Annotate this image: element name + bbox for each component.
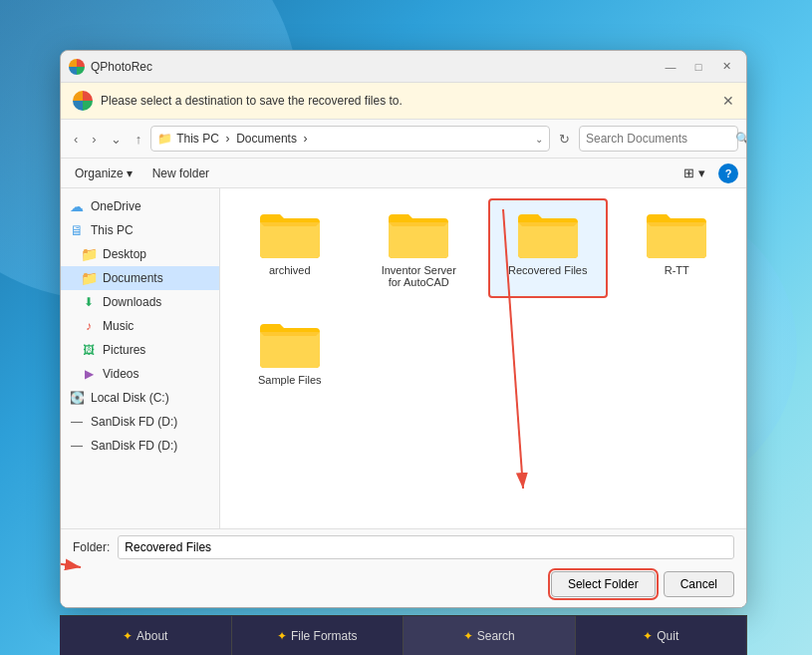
folder-sample-name: Sample Files [258, 374, 322, 386]
cancel-button[interactable]: Cancel [664, 571, 734, 597]
toolbar: Organize ▾ New folder ⊞ ▾ ? [61, 159, 746, 188]
sidebar-item-local-disk-c[interactable]: 💽 Local Disk (C:) [61, 386, 219, 410]
folder-recovered-files[interactable]: Recovered Files [488, 198, 608, 298]
folder-sample-files[interactable]: Sample Files [230, 308, 350, 396]
sidebar-item-downloads[interactable]: ⬇ Downloads [61, 290, 219, 314]
search-input[interactable] [586, 132, 735, 146]
view-button[interactable]: ⊞ ▾ [678, 163, 710, 183]
minimize-button[interactable]: — [659, 57, 682, 77]
folder-sample-icon [258, 318, 322, 370]
folder-rtt-name: R-TT [665, 264, 689, 276]
sidebar-label-documents: Documents [103, 271, 163, 285]
sidebar-item-pictures[interactable]: 🖼 Pictures [61, 338, 219, 362]
folder-archived-icon [258, 208, 322, 260]
nav-dropdown-button[interactable]: ⌄ [106, 129, 127, 150]
new-folder-button[interactable]: New folder [146, 164, 215, 183]
folder-rtt-icon [645, 208, 708, 260]
downloads-icon: ⬇ [81, 294, 97, 310]
select-folder-button[interactable]: Select Folder [551, 571, 656, 597]
view-icon: ⊞ [683, 165, 694, 180]
sidebar-label-local-disk: Local Disk (C:) [91, 391, 169, 405]
sidebar-label-sandisk-1: SanDisk FD (D:) [91, 415, 177, 429]
taskbar-search-label: Search [477, 629, 515, 643]
music-icon: ♪ [81, 318, 97, 334]
maximize-button[interactable]: □ [686, 57, 710, 77]
info-message: Please select a destination to save the … [101, 94, 714, 108]
folder-inventor-icon [387, 208, 450, 260]
pictures-icon: 🖼 [81, 342, 97, 358]
title-bar-controls: — □ ✕ [659, 57, 738, 77]
sidebar-label-onedrive: OneDrive [91, 199, 141, 213]
refresh-button[interactable]: ↻ [554, 129, 575, 150]
address-bar[interactable]: 📁 This PC › Documents › ⌄ [150, 126, 550, 152]
sidebar-item-this-pc[interactable]: 🖥 This PC [61, 218, 219, 242]
window-title: QPhotoRec [91, 60, 659, 74]
taskbar-file-formats-button[interactable]: ✦ File Formats [232, 616, 405, 655]
sidebar-item-desktop[interactable]: 📁 Desktop [61, 242, 219, 266]
info-icon [73, 91, 93, 111]
file-area: archived Inventor Serverfor AutoCAD [220, 188, 746, 528]
sidebar-item-sandisk-d2[interactable]: — SanDisk FD (D:) [61, 434, 219, 458]
taskbar: ✦ About ✦ File Formats ✦ Search ✦ Quit [60, 615, 747, 655]
desktop-folder-icon: 📁 [81, 246, 97, 262]
cloud-icon: ☁ [69, 198, 85, 214]
taskbar-about-label: About [136, 629, 167, 643]
dialog-content: Please select a destination to save the … [61, 83, 746, 607]
videos-icon: ▶ [81, 366, 97, 382]
address-dropdown-icon[interactable]: ⌄ [535, 134, 543, 145]
search-box[interactable]: 🔍 [579, 126, 738, 152]
address-folder-icon: 📁 [157, 132, 172, 146]
back-button[interactable]: ‹ [69, 129, 83, 150]
sandisk-icon-2: — [69, 438, 85, 454]
sidebar: ☁ OneDrive 🖥 This PC 📁 Desktop 📁 Documen… [61, 188, 220, 528]
sidebar-label-videos: Videos [103, 367, 138, 381]
organize-dropdown-icon: ▾ [127, 166, 133, 180]
monitor-icon: 🖥 [69, 222, 85, 238]
folder-r-tt[interactable]: R-TT [618, 198, 737, 298]
folder-recovered-icon [516, 208, 580, 260]
address-path: This PC › Documents › [176, 132, 531, 146]
main-area: ☁ OneDrive 🖥 This PC 📁 Desktop 📁 Documen… [61, 188, 746, 528]
taskbar-quit-button[interactable]: ✦ Quit [576, 616, 748, 655]
quit-star-icon: ✦ [643, 629, 653, 643]
folder-label: Folder: [73, 540, 110, 554]
sidebar-item-videos[interactable]: ▶ Videos [61, 362, 219, 386]
folder-archived[interactable]: archived [230, 198, 350, 298]
sidebar-item-music[interactable]: ♪ Music [61, 314, 219, 338]
folder-bar: Folder: [61, 529, 746, 565]
folder-input[interactable] [118, 535, 734, 559]
sidebar-label-pictures: Pictures [103, 343, 145, 357]
info-bar: Please select a destination to save the … [61, 83, 746, 120]
folder-inventor[interactable]: Inventor Serverfor AutoCAD [360, 198, 479, 298]
local-disk-icon: 💽 [69, 390, 85, 406]
sidebar-label-music: Music [103, 319, 134, 333]
main-window: QPhotoRec — □ ✕ Please select a destinat… [60, 50, 747, 608]
organize-button[interactable]: Organize ▾ [69, 164, 138, 183]
sidebar-item-onedrive[interactable]: ☁ OneDrive [61, 194, 219, 218]
sidebar-label-sandisk-2: SanDisk FD (D:) [91, 439, 177, 453]
up-button[interactable]: ↑ [131, 129, 147, 150]
search-star-icon: ✦ [463, 629, 473, 643]
documents-folder-icon: 📁 [81, 270, 97, 286]
sidebar-item-sandisk-d1[interactable]: — SanDisk FD (D:) [61, 410, 219, 434]
taskbar-file-formats-label: File Formats [291, 629, 358, 643]
sidebar-label-downloads: Downloads [103, 295, 161, 309]
folder-archived-name: archived [269, 264, 311, 276]
search-icon: 🔍 [735, 132, 747, 146]
folder-recovered-name: Recovered Files [508, 264, 587, 276]
view-dropdown-icon: ▾ [698, 165, 705, 180]
help-button[interactable]: ? [718, 164, 738, 183]
bottom-section: Folder: Select Folder Cancel [61, 528, 746, 607]
sandisk-icon-1: — [69, 414, 85, 430]
sidebar-item-documents[interactable]: 📁 Documents [61, 266, 219, 290]
close-button[interactable]: ✕ [714, 57, 738, 77]
taskbar-about-button[interactable]: ✦ About [60, 616, 232, 655]
title-bar: QPhotoRec — □ ✕ [61, 51, 746, 83]
info-close-button[interactable]: ✕ [722, 93, 734, 109]
taskbar-search-button[interactable]: ✦ Search [404, 616, 576, 655]
taskbar-quit-label: Quit [657, 629, 678, 643]
action-buttons: Select Folder Cancel [61, 565, 746, 607]
file-formats-star-icon: ✦ [277, 629, 287, 643]
sidebar-label-this-pc: This PC [91, 223, 134, 237]
forward-button[interactable]: › [87, 129, 101, 150]
